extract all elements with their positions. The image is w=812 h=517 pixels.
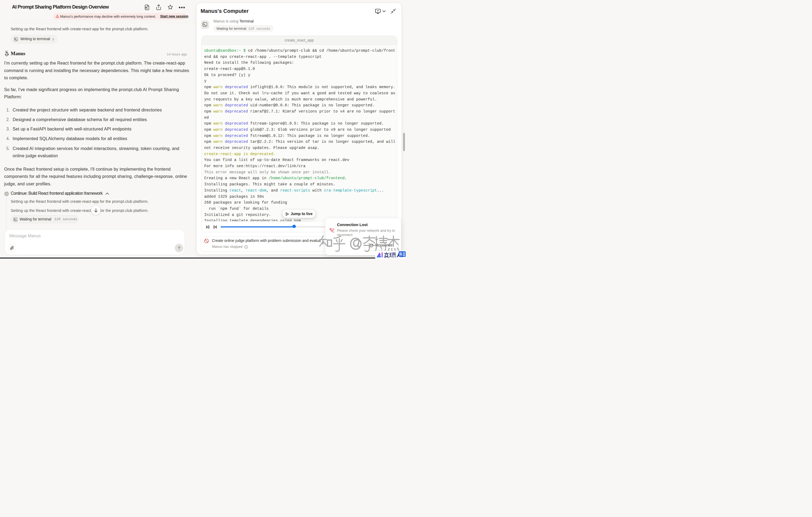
svg-text:FAXIANAI.COM: FAXIANAI.COM [384, 257, 394, 258]
